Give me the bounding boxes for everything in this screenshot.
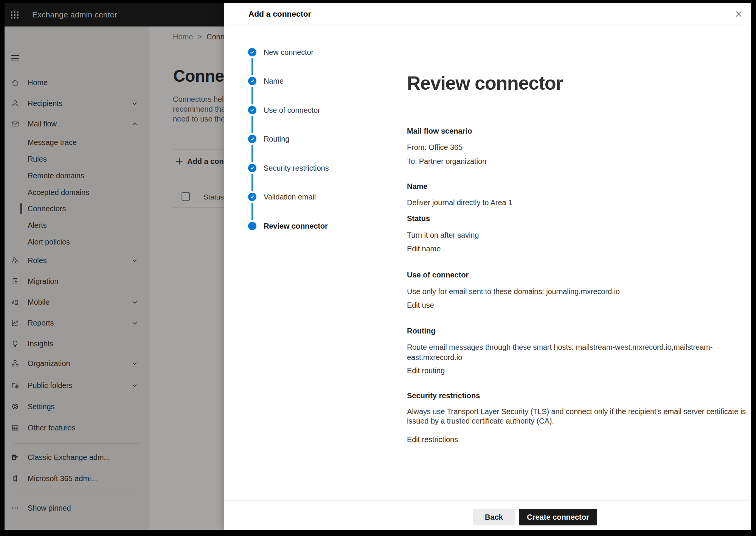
step-completed-check-icon	[248, 135, 256, 143]
back-button[interactable]: Back	[473, 509, 515, 525]
section-heading-use-of-connector: Use of connector	[407, 270, 469, 280]
step-completed-check-icon	[248, 164, 256, 172]
mail-flow-to-value: To: Partner organization	[407, 156, 486, 166]
step-connector-line	[251, 116, 253, 133]
close-button[interactable]	[731, 6, 746, 22]
step-completed-check-icon	[248, 77, 256, 85]
step-connector-line	[251, 145, 253, 162]
footer-divider	[224, 500, 751, 501]
section-heading-name: Name	[407, 181, 427, 191]
section-heading-security-restrictions: Security restrictions	[407, 391, 480, 400]
mail-flow-from-value: From: Office 365	[407, 142, 463, 152]
close-icon	[734, 10, 743, 18]
step-current-dot-icon	[248, 222, 256, 230]
step-connector-line	[251, 174, 253, 191]
panel-header: Add a connector	[224, 3, 751, 25]
panel-title: Add a connector	[248, 3, 311, 25]
security-restrictions-value: Always use Transport Layer Security (TLS…	[407, 407, 756, 426]
edit-name-link[interactable]: Edit name	[407, 244, 441, 254]
section-heading-status: Status	[407, 213, 430, 223]
edit-use-link[interactable]: Edit use	[407, 300, 434, 310]
step-connector-line	[251, 203, 253, 220]
stepper-divider	[381, 25, 381, 500]
connector-name-value: Deliver journal directly to Area 1	[407, 198, 512, 207]
step-completed-check-icon	[248, 106, 256, 114]
section-heading-routing: Routing	[407, 326, 436, 336]
review-heading: Review connector	[407, 72, 563, 95]
add-connector-panel: Add a connector New connector Name Use o…	[224, 3, 751, 530]
status-value: Turn it on after saving	[407, 230, 479, 240]
step-completed-check-icon	[248, 48, 256, 56]
step-completed-check-icon	[248, 193, 256, 201]
create-connector-button[interactable]: Create connector	[519, 509, 597, 525]
step-connector-line	[251, 58, 253, 75]
use-of-connector-value: Use only for email sent to these domains…	[407, 287, 620, 296]
edit-restrictions-link[interactable]: Edit restrictions	[407, 435, 458, 444]
edit-routing-link[interactable]: Edit routing	[407, 366, 445, 376]
section-heading-mail-flow-scenario: Mail flow scenario	[407, 126, 472, 136]
step-connector-line	[251, 87, 253, 104]
routing-value: Route email messages through these smart…	[407, 342, 756, 363]
